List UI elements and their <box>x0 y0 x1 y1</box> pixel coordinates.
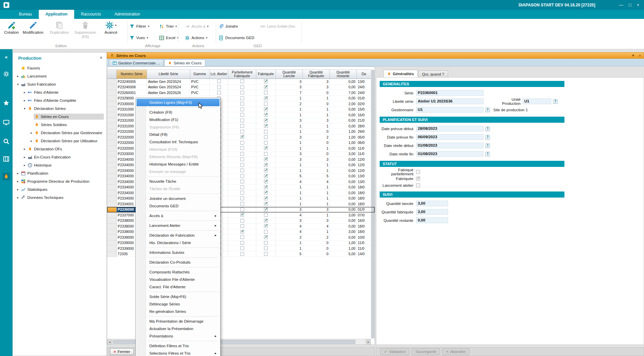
serie-input[interactable]: P23360001 <box>416 90 484 96</box>
menu-item[interactable]: His. Déclarations / Série <box>137 239 219 246</box>
fabriquee-checkbox[interactable] <box>264 119 268 122</box>
suppression-button[interactable]: Suppression (F6) <box>75 21 96 43</box>
column-header[interactable]: Lct. Atelier <box>210 69 228 79</box>
menu-item[interactable]: Envoyer un message <box>137 168 219 175</box>
tree-expander-icon[interactable]: ▸ <box>16 180 20 183</box>
row-selector[interactable] <box>107 224 117 229</box>
menu-item[interactable]: Déblocage Séries <box>137 300 219 308</box>
lct-atelier-checkbox[interactable] <box>217 80 221 83</box>
fabriquee-checkbox[interactable] <box>264 185 268 189</box>
partiellement-fabriquee-checkbox[interactable] <box>240 124 244 128</box>
tree-expander-icon[interactable]: ▸ <box>16 188 20 191</box>
filtrer-button[interactable]: Filtrer ▾ <box>129 23 149 30</box>
partiellement-fabriquee-checkbox[interactable] <box>240 119 244 122</box>
date-input[interactable]: 28/08/2023 <box>416 126 484 131</box>
tree-expander-icon[interactable]: ▸ <box>22 155 27 159</box>
fabriquee-checkbox[interactable] <box>264 246 268 250</box>
maximize-button[interactable]: □ <box>629 0 632 10</box>
help-button[interactable]: ? <box>485 126 490 131</box>
close-button[interactable]: × <box>637 0 639 10</box>
help-button[interactable]: ? <box>553 99 558 104</box>
partiellement-fabriquee-checkbox[interactable] <box>240 130 244 134</box>
partiellement-fabriquee-checkbox[interactable] <box>240 185 244 189</box>
row-selector[interactable] <box>107 235 117 240</box>
avance-button[interactable]: ▾ Avancé <box>98 21 123 43</box>
fabriquee-checkbox[interactable] <box>264 191 268 195</box>
partiellement-fabriquee-checkbox[interactable] <box>240 252 244 256</box>
partiellement-fabriquee-checkbox[interactable] <box>240 197 244 200</box>
partiellement-fabriquee-checkbox[interactable] <box>240 208 244 211</box>
menu-item[interactable]: Historique Messages / Entité <box>137 160 219 168</box>
menu-item[interactable]: Accès à▸ <box>137 212 219 219</box>
fabriquee-checkbox[interactable] <box>264 163 268 167</box>
row-selector[interactable] <box>107 101 117 107</box>
row-selector[interactable] <box>107 207 117 213</box>
fabriquee-checkbox[interactable] <box>264 96 268 100</box>
fabriquee-checkbox[interactable] <box>264 85 268 89</box>
partiellement-fabriquee-checkbox[interactable] <box>240 96 244 100</box>
column-header[interactable]: Libellé Série <box>147 69 190 79</box>
fabriquee-checkbox[interactable] <box>264 252 268 256</box>
menu-tab-bureau[interactable]: Bureau <box>12 10 39 19</box>
vertical-scrollbar[interactable] <box>371 69 375 339</box>
table-row[interactable]: P23240006Atelier Gen 2023S24PVC330,0024/… <box>107 85 375 90</box>
sidebar-close-icon[interactable]: × <box>100 55 103 60</box>
column-header[interactable]: Quantité restante <box>330 69 357 79</box>
row-selector[interactable] <box>107 112 117 118</box>
workspace-close-icon[interactable]: × <box>639 54 641 58</box>
search-icon[interactable] <box>2 138 10 145</box>
actions-button[interactable]: Actions ▾ <box>185 34 207 41</box>
row-selector[interactable] <box>107 107 117 113</box>
fabriquee-checkbox[interactable] <box>264 224 268 228</box>
row-selector[interactable] <box>107 168 117 174</box>
sidebar-item[interactable]: ▸Déclaration OFs <box>13 145 107 153</box>
minimize-button[interactable]: — <box>619 0 623 10</box>
menu-item[interactable]: Re-génération Séries <box>137 308 219 315</box>
row-selector[interactable] <box>107 151 117 157</box>
statut-checkbox[interactable] <box>416 170 420 174</box>
fabriquee-checkbox[interactable] <box>264 213 268 217</box>
menu-item[interactable]: Présentations▸ <box>137 332 219 340</box>
partiellement-fabriquee-checkbox[interactable] <box>240 219 244 222</box>
column-header[interactable]: Quantité Lancée <box>276 69 303 79</box>
fabriquee-checkbox[interactable] <box>264 174 268 178</box>
sidebar-item[interactable]: ▸Files d'Attente <box>13 88 107 96</box>
lct-atelier-checkbox[interactable] <box>217 91 221 94</box>
row-selector[interactable] <box>107 179 117 185</box>
menu-tab-raccourcis[interactable]: Raccourcis <box>74 10 108 19</box>
menu-item[interactable]: Eléments Récents (Maj+F8) <box>137 153 219 160</box>
partiellement-fabriquee-checkbox[interactable] <box>240 157 244 161</box>
row-selector[interactable] <box>107 185 117 190</box>
partiellement-fabriquee-checkbox[interactable] <box>240 152 244 156</box>
collapse-sidebar-button[interactable]: « <box>0 54 12 60</box>
partiellement-fabriquee-checkbox[interactable] <box>240 202 244 206</box>
excel-button[interactable]: Excel ▾ <box>159 34 179 41</box>
partiellement-fabriquee-checkbox[interactable] <box>240 135 244 139</box>
fermer-button[interactable]: × Fermer <box>110 348 134 355</box>
sidebar-item[interactable]: ▸Déclaration Séries par Gestionnaire <box>13 129 107 137</box>
menu-item[interactable]: Sélections Filtres et Tris▸ <box>137 350 219 356</box>
fabriquee-checkbox[interactable] <box>264 219 268 222</box>
partiellement-fabriquee-checkbox[interactable] <box>240 108 244 111</box>
suivi-input[interactable]: 3,00 <box>416 201 448 206</box>
fabriquee-checkbox[interactable] <box>264 241 268 245</box>
partiellement-fabriquee-checkbox[interactable] <box>240 191 244 195</box>
sidebar-item[interactable]: Séries Soldées <box>13 121 107 129</box>
fabriquee-checkbox[interactable] <box>264 197 268 200</box>
menu-item[interactable]: Suppression (F6) <box>137 123 219 131</box>
grid-columns-icon[interactable] <box>2 155 10 163</box>
libelle-serie-input[interactable]: Atelier U1 2023S36 <box>416 98 484 104</box>
partiellement-fabriquee-checkbox[interactable] <box>240 141 244 145</box>
partiellement-fabriquee-checkbox[interactable] <box>240 230 244 234</box>
row-selector[interactable] <box>107 212 117 218</box>
row-selector[interactable] <box>107 90 117 96</box>
fabriquee-checkbox[interactable] <box>264 152 268 156</box>
sidebar-item[interactable]: ▸Données Techniques <box>13 194 107 202</box>
sidebar-item[interactable]: Séries en Cours <box>13 113 107 121</box>
tree-expander-icon[interactable]: ▸ <box>16 196 20 199</box>
vues-button[interactable]: Vues ▾ <box>129 34 148 41</box>
abandon-button[interactable]: × Abandon <box>442 348 469 355</box>
validation-button[interactable]: ✓ Validation <box>380 348 409 355</box>
liens-entite-doc-button[interactable]: Liens Entité-Doc <box>260 23 295 30</box>
fabriquee-checkbox[interactable] <box>264 208 268 211</box>
